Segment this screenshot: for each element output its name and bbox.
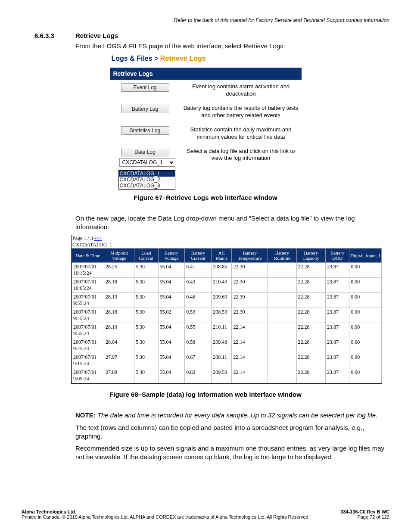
table-cell [268,293,296,308]
data-log-dropdown-open[interactable]: CXCDATALOG_1 CXCDATALOG_2 CXCDATALOG_3 [118,170,175,190]
table-cell: 55.04 [158,368,185,383]
table-cell: 28.25 [104,263,134,278]
table-cell: 23.87 [326,308,349,323]
table-cell: 210.11 [212,323,232,338]
page-indicator: Page 1 / 3 [72,235,94,241]
table-cell: 0.00 [349,293,382,308]
table-cell: 2007/07/01 9:05:24 [72,368,104,383]
table-cell: 5.30 [134,323,158,338]
table-row: 2007/07/01 9:25:2428.045.3055.040.58209.… [72,338,382,353]
table-cell: 208.53 [212,308,232,323]
table-cell: 2007/07/01 9:45:24 [72,308,104,323]
table-cell: 55.04 [158,278,185,293]
table-cell [268,278,296,293]
page-footer: Alpha Technologies Ltd. Printed in Canad… [22,509,389,520]
table-cell: 22.30 [232,263,268,278]
table-cell: 23.87 [326,263,349,278]
note-paragraph: NOTE: The date and time is recorded for … [75,411,389,420]
table-cell: 0.00 [349,338,382,353]
table-cell: 22.28 [296,263,326,278]
retrieve-logs-panel: Logs & Files > Retrieve Logs Retrieve Lo… [110,54,302,190]
dropdown-option[interactable]: CXCDATALOG_2 [119,177,175,183]
section-title: Retrieve Logs [75,32,118,39]
note-text: The date and time is recorded for every … [97,411,377,419]
data-log-window: Page 1 / 3 ->> CXCDATALOG_1 Date & TimeM… [71,235,382,384]
table-cell: 0.53 [185,308,212,323]
footer-page-num: Page 72 of 122 [340,514,389,520]
section-number: 6.6.3.3 [22,32,75,39]
table-cell: 22.28 [296,368,326,383]
datalog-name: CXCDATALOG_1 [72,242,112,248]
table-cell: 209.48 [212,338,232,353]
table-cell: 5.30 [134,293,158,308]
column-header: Digital_input_1 [349,249,382,263]
dropdown-option[interactable]: CXCDATALOG_1 [119,171,175,177]
event-log-button[interactable]: Event Log [121,83,169,92]
figure-67-caption: Figure 67–Retrieve Logs web interface wi… [22,194,389,201]
column-header: Load Current [134,249,158,263]
column-header: Battery Temperature [232,249,268,263]
table-cell [268,338,296,353]
battery-log-desc: Battery log contains the results of batt… [181,103,302,121]
table-cell: 55.04 [158,263,185,278]
table-row: 2007/07/01 9:55:2428.135.3055.040.46209.… [72,293,382,308]
table-cell: 28.04 [104,338,134,353]
table-cell [268,308,296,323]
table-cell: 28.10 [104,323,134,338]
table-cell: 0.00 [349,323,382,338]
column-header: Midpoint Voltage [104,249,134,263]
column-header: Battery Voltage [158,249,185,263]
figure-68-caption: Figure 68–Sample (data) log information … [22,391,389,398]
table-cell [268,263,296,278]
table-cell: 22.14 [232,323,268,338]
table-row: 2007/07/01 9:05:2427.895.3055.040.82209.… [72,368,382,383]
next-page-link[interactable]: ->> [94,235,102,241]
statistics-log-button[interactable]: Statistics Log [121,126,169,135]
table-cell: 27.97 [104,353,134,368]
table-cell: 0.82 [185,368,212,383]
table-cell: 27.89 [104,368,134,383]
table-cell: 55.04 [158,338,185,353]
table-cell: 28.18 [104,278,134,293]
table-cell: 23.87 [326,278,349,293]
column-header: Battery Current [185,249,212,263]
table-cell: 0.55 [185,323,212,338]
table-cell: 208.85 [212,263,232,278]
table-cell: 22.30 [232,278,268,293]
table-cell: 23.87 [326,368,349,383]
table-cell: 22.28 [296,323,326,338]
table-cell: 23.87 [326,338,349,353]
table-cell: 55.04 [158,323,185,338]
table-cell: 0.67 [185,353,212,368]
table-row: 2007/07/01 10:05:2428.185.3055.040.43210… [72,278,382,293]
table-cell: 0.00 [349,368,382,383]
table-cell: 22.28 [296,278,326,293]
statistics-log-desc: Statistics contain the daily maximum and… [181,124,302,143]
footer-company: Alpha Technologies Ltd. [22,509,310,514]
data-log-button[interactable]: Data Log [121,148,169,156]
battery-log-button[interactable]: Battery Log [121,105,169,113]
data-log-select[interactable]: CXCDATALOG_1 [119,158,175,167]
table-cell [268,323,296,338]
column-header: AC Mains [212,249,232,263]
table-cell: 22.28 [296,293,326,308]
footer-legal: Printed in Canada. © 2010 Alpha Technolo… [22,514,310,520]
table-cell: 22.30 [232,293,268,308]
table-cell: 55.02 [158,308,185,323]
table-cell: 5.30 [134,353,158,368]
table-cell: 5.30 [134,263,158,278]
table-cell: 22.28 [296,353,326,368]
intro-paragraph: From the LOGS & FILES page of the web in… [75,42,389,50]
table-cell: 2007/07/01 9:15:24 [72,353,104,368]
dropdown-option[interactable]: CXCDATALOG_3 [119,183,175,189]
table-cell: 209.58 [212,368,232,383]
table-cell: 55.04 [158,293,185,308]
table-row: 2007/07/01 9:15:2427.975.3055.040.67208.… [72,353,382,368]
panel-title: Retrieve Logs [110,68,302,80]
paragraph-3: The text (rows and columns) can be copie… [75,423,389,441]
table-row: 2007/07/01 10:15:2428.255.3055.040.41208… [72,263,382,278]
breadcrumb-current: Retrieve Logs [160,55,206,62]
note-label: NOTE: [75,411,96,419]
table-cell: 2007/07/01 10:05:24 [72,278,104,293]
table-cell: 22.28 [296,338,326,353]
